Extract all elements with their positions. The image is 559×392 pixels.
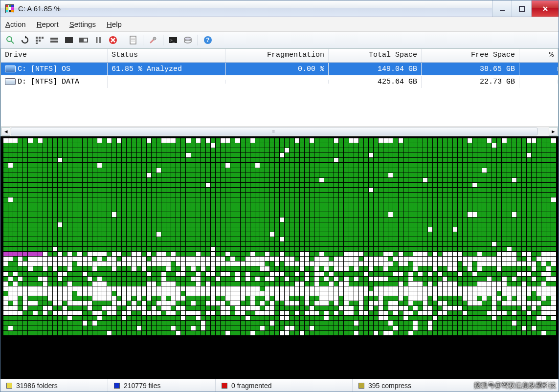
statusbar: 31986 folders 210779 files 0 fragmented …	[0, 379, 559, 392]
svg-text:?: ?	[206, 37, 209, 44]
folders-color-icon	[6, 383, 12, 389]
defrag-icon[interactable]	[34, 34, 45, 46]
app-icon	[5, 4, 14, 13]
cluster-map[interactable]	[0, 136, 559, 379]
svg-rect-15	[96, 37, 98, 43]
script-icon[interactable]: >_	[167, 34, 179, 46]
svg-rect-18	[130, 36, 136, 44]
svg-rect-1	[519, 6, 524, 11]
status-compressed: 395 compress	[353, 379, 559, 392]
maximize-button[interactable]	[512, 0, 531, 17]
frag-color-icon	[222, 383, 227, 389]
horizontal-scrollbar[interactable]: ◂ ≡ ▸	[1, 126, 558, 136]
svg-rect-4	[36, 37, 38, 39]
drive-icon	[5, 78, 16, 85]
menubar: Action Report Settings Help	[0, 17, 559, 32]
analyze-icon[interactable]	[4, 34, 16, 46]
files-color-icon	[114, 383, 120, 389]
menu-action[interactable]: Action	[5, 20, 26, 28]
svg-rect-0	[500, 10, 505, 11]
menu-help[interactable]: Help	[107, 20, 122, 28]
col-frag[interactable]: Fragmentation	[226, 49, 329, 62]
toolbar: >_ ?	[0, 32, 559, 48]
menu-settings[interactable]: Settings	[69, 20, 96, 28]
svg-rect-14	[80, 38, 84, 42]
svg-rect-16	[99, 37, 101, 43]
svg-rect-5	[39, 37, 41, 39]
svg-rect-6	[42, 37, 44, 39]
col-drive[interactable]: Drive	[1, 49, 108, 62]
app-window: C: A 61.85 % Action Report Settings Help…	[0, 0, 559, 392]
svg-point-26	[184, 37, 191, 40]
scroll-thumb[interactable]: ≡	[11, 128, 537, 135]
col-pct[interactable]: %	[519, 49, 558, 62]
report-icon[interactable]	[127, 34, 139, 46]
svg-point-22	[153, 37, 156, 40]
menu-report[interactable]: Report	[37, 20, 59, 28]
svg-point-2	[7, 37, 12, 42]
optimize-icon[interactable]	[78, 34, 89, 46]
help-icon[interactable]: ?	[202, 34, 214, 46]
quick-defrag-icon[interactable]	[48, 34, 60, 46]
svg-rect-7	[36, 40, 38, 42]
drive-icon	[5, 65, 16, 72]
svg-rect-10	[50, 38, 58, 40]
svg-line-3	[11, 41, 14, 44]
drive-list: Drive Status Fragmentation Total Space F…	[0, 48, 559, 136]
refresh-icon[interactable]	[19, 34, 31, 46]
status-fragmented: 0 fragmented	[216, 379, 353, 392]
full-icon[interactable]	[63, 34, 75, 46]
svg-rect-11	[50, 41, 58, 43]
status-files: 210779 files	[108, 379, 216, 392]
comp-color-icon	[358, 383, 364, 389]
col-free[interactable]: Free Space	[422, 49, 519, 62]
svg-rect-8	[39, 40, 41, 42]
col-status[interactable]: Status	[108, 49, 226, 62]
titlebar[interactable]: C: A 61.85 %	[0, 0, 559, 17]
minimize-button[interactable]	[492, 0, 512, 17]
stop-icon[interactable]	[107, 34, 119, 46]
svg-rect-12	[65, 37, 73, 43]
status-folders: 31986 folders	[0, 379, 108, 392]
drive-row[interactable]: C: [NTFS] OS61.85 % Analyzed0.00 %149.04…	[1, 63, 558, 75]
scroll-left-icon[interactable]: ◂	[1, 127, 10, 136]
settings-icon[interactable]	[147, 34, 159, 46]
svg-rect-9	[36, 43, 38, 44]
drive-list-header[interactable]: Drive Status Fragmentation Total Space F…	[1, 49, 558, 63]
pause-icon[interactable]	[92, 34, 104, 46]
col-total[interactable]: Total Space	[329, 49, 422, 62]
window-title: C: A 61.85 %	[18, 4, 492, 13]
drive-row[interactable]: D: [NTFS] DATA425.64 GB22.73 GB	[1, 75, 558, 88]
svg-text:>_: >_	[170, 38, 175, 43]
schedule-icon[interactable]	[182, 34, 194, 46]
close-button[interactable]	[531, 0, 559, 17]
scroll-right-icon[interactable]: ▸	[549, 127, 558, 136]
svg-point-25	[184, 40, 191, 43]
